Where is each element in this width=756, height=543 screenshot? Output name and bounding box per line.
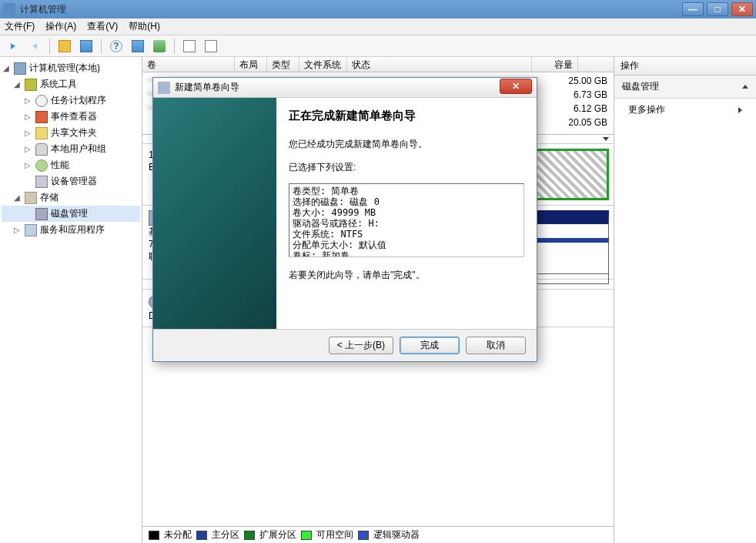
col-volume[interactable]: 卷 bbox=[142, 57, 235, 72]
cap-row: 20.05 GB bbox=[568, 116, 607, 129]
clock-icon bbox=[35, 95, 48, 107]
wizard-dialog: 新建简单卷向导 ✕ 正在完成新建简单卷向导 您已经成功完成新建简单卷向导。 已选… bbox=[152, 77, 537, 362]
folder-icon bbox=[35, 127, 48, 139]
tool-btn-4[interactable] bbox=[129, 38, 146, 55]
col-fs[interactable]: 文件系统 bbox=[299, 57, 347, 72]
tree-root[interactable]: ◢计算机管理(本地) bbox=[2, 60, 140, 76]
actions-group-diskmgmt[interactable]: 磁盘管理 bbox=[614, 75, 756, 99]
props-icon bbox=[132, 40, 144, 52]
minimize-button[interactable]: — bbox=[682, 2, 704, 16]
wizard-icon bbox=[158, 82, 170, 94]
legend: 未分配 主分区 扩展分区 可用空间 逻辑驱动器 bbox=[142, 526, 614, 543]
collapse-icon bbox=[742, 85, 748, 89]
col-status[interactable]: 状态 bbox=[347, 57, 532, 72]
window-title: 计算机管理 bbox=[20, 3, 682, 16]
tree-diskmgmt[interactable]: 磁盘管理 bbox=[2, 206, 140, 222]
chevron-right-icon bbox=[738, 107, 742, 113]
legend-sw-unalloc bbox=[149, 531, 159, 540]
disk-icon bbox=[35, 208, 48, 220]
scroll-down-icon[interactable] bbox=[603, 137, 609, 141]
wizard-button-row: < 上一步(B) 完成 取消 bbox=[153, 329, 537, 361]
nav-back-button[interactable] bbox=[5, 38, 22, 55]
tree-storage[interactable]: ◢存储 bbox=[2, 189, 140, 206]
menu-view[interactable]: 查看(V) bbox=[87, 20, 118, 33]
wizard-heading: 正在完成新建简单卷向导 bbox=[289, 109, 524, 123]
tool-btn-6[interactable] bbox=[181, 38, 198, 55]
tree-scheduler[interactable]: ▷任务计划程序 bbox=[2, 92, 140, 109]
tree-devmgr[interactable]: 设备管理器 bbox=[2, 173, 140, 189]
legend-sw-primary bbox=[196, 531, 207, 540]
event-icon bbox=[35, 111, 48, 123]
legend-sw-logical bbox=[358, 531, 369, 540]
wizard-side-graphic bbox=[153, 98, 276, 329]
tool-btn-1[interactable] bbox=[56, 38, 73, 55]
wizard-titlebar[interactable]: 新建简单卷向导 ✕ bbox=[153, 78, 537, 98]
wizard-back-button[interactable]: < 上一步(B) bbox=[329, 337, 393, 354]
tool-btn-2[interactable] bbox=[78, 38, 95, 55]
actions-header: 操作 bbox=[614, 57, 756, 75]
grid-icon bbox=[80, 40, 92, 52]
nav-tree: ◢计算机管理(本地) ◢系统工具 ▷任务计划程序 ▷事件查看器 ▷共享文件夹 ▷… bbox=[0, 57, 142, 543]
wizard-close-hint: 若要关闭此向导，请单击"完成"。 bbox=[289, 268, 524, 282]
wizard-cancel-button[interactable]: 取消 bbox=[466, 337, 526, 354]
arrow-right-icon bbox=[32, 43, 37, 49]
tool-btn-7[interactable] bbox=[202, 38, 219, 55]
device-icon bbox=[35, 176, 48, 188]
toolbar: ? bbox=[0, 35, 756, 57]
detail-icon bbox=[205, 40, 217, 52]
wizard-selected-label: 已选择下列设置: bbox=[289, 160, 524, 174]
folder-icon bbox=[59, 40, 71, 52]
wizard-finish-button[interactable]: 完成 bbox=[400, 337, 460, 354]
tool-btn-5[interactable] bbox=[151, 38, 168, 55]
actions-more[interactable]: 更多操作 bbox=[614, 99, 756, 121]
tree-users[interactable]: ▷本地用户和组 bbox=[2, 141, 140, 157]
nav-forward-button[interactable] bbox=[26, 38, 43, 55]
menu-help[interactable]: 帮助(H) bbox=[129, 20, 160, 33]
tool-btn-3[interactable]: ? bbox=[108, 38, 125, 55]
wizard-done-text: 您已经成功完成新建简单卷向导。 bbox=[289, 137, 524, 151]
app-icon bbox=[3, 3, 15, 15]
help-icon: ? bbox=[110, 40, 122, 52]
col-type[interactable]: 类型 bbox=[267, 57, 299, 72]
menu-action[interactable]: 操作(A) bbox=[45, 20, 76, 33]
perf-icon bbox=[35, 159, 48, 172]
wizard-title: 新建简单卷向导 bbox=[175, 81, 500, 94]
computer-icon bbox=[14, 62, 26, 75]
refresh-icon bbox=[153, 40, 166, 52]
legend-sw-free bbox=[301, 531, 312, 540]
maximize-button[interactable]: □ bbox=[707, 2, 728, 16]
legend-sw-extended bbox=[244, 531, 255, 540]
wizard-content: 正在完成新建简单卷向导 您已经成功完成新建简单卷向导。 已选择下列设置: 卷类型… bbox=[276, 98, 537, 329]
wizard-settings-box[interactable]: 卷类型: 简单卷 选择的磁盘: 磁盘 0 卷大小: 49999 MB 驱动器号或… bbox=[289, 183, 524, 257]
tree-services[interactable]: ▷服务和应用程序 bbox=[2, 222, 140, 238]
col-capacity[interactable]: 容量 bbox=[532, 57, 578, 72]
tree-systools[interactable]: ◢系统工具 bbox=[2, 76, 140, 92]
actions-panel: 操作 磁盘管理 更多操作 bbox=[614, 57, 756, 543]
tools-icon bbox=[25, 79, 37, 91]
close-button[interactable]: ✕ bbox=[731, 2, 753, 16]
tree-eventviewer[interactable]: ▷事件查看器 bbox=[2, 109, 140, 125]
list-icon bbox=[183, 40, 196, 52]
menu-file[interactable]: 文件(F) bbox=[5, 20, 35, 33]
volume-list-header: 卷 布局 类型 文件系统 状态 容量 bbox=[142, 57, 614, 72]
window-titlebar: 计算机管理 — □ ✕ bbox=[0, 0, 756, 18]
col-layout[interactable]: 布局 bbox=[235, 57, 267, 72]
tree-shared[interactable]: ▷共享文件夹 bbox=[2, 125, 140, 141]
menu-bar: 文件(F) 操作(A) 查看(V) 帮助(H) bbox=[0, 18, 756, 35]
wizard-close-button[interactable]: ✕ bbox=[500, 79, 532, 94]
storage-icon bbox=[25, 192, 37, 204]
services-icon bbox=[25, 224, 37, 236]
tree-perf[interactable]: ▷性能 bbox=[2, 157, 140, 173]
users-icon bbox=[35, 143, 48, 156]
arrow-left-icon bbox=[11, 43, 15, 49]
